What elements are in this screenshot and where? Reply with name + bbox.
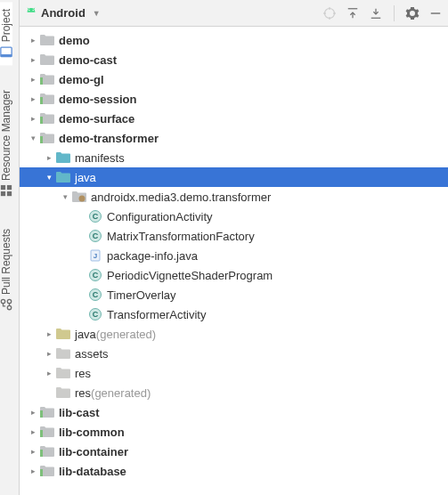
module-folder-icon [39,425,55,439]
sidebar-tab-resource-manager[interactable]: Resource Manager [0,83,12,204]
chevron-right-icon[interactable]: ▸ [27,55,39,64]
sidebar-tab-label: Resource Manager [0,90,12,181]
sidebar-tabs: Project Resource Manager Pull Requests [0,0,20,495]
tree-row[interactable]: ▸lib-database [20,461,448,481]
tree-item-label: lib-container [59,445,128,458]
class-icon: C [87,209,103,223]
tree-row[interactable]: ▸lib-common [20,422,448,442]
svg-point-13 [325,8,335,18]
tree-row[interactable]: ▾androidx.media3.demo.transformer [20,187,448,207]
chevron-right-icon[interactable]: ▸ [27,427,39,436]
svg-text:C: C [93,231,99,240]
chevron-down-icon: ▼ [93,9,101,18]
divider [394,5,395,21]
module-folder-icon [39,131,55,145]
folder-closed-icon [39,33,55,47]
sidebar-tab-project[interactable]: Project [0,2,12,65]
chevron-right-icon[interactable]: ▸ [27,408,39,417]
tree-row[interactable]: ▸assets [20,344,448,363]
chevron-right-icon[interactable]: ▸ [27,94,39,103]
svg-point-6 [7,306,11,310]
class-icon: C [87,268,103,282]
tree-row[interactable]: ▸lib-cast [20,402,448,422]
tree-item-label: package-info.java [107,249,198,263]
svg-rect-43 [40,469,43,476]
chevron-right-icon[interactable]: ▸ [43,349,55,358]
module-folder-icon [39,464,55,478]
chevron-right-icon[interactable]: ▸ [27,36,39,45]
svg-rect-5 [1,185,5,190]
chevron-down-icon[interactable]: ▾ [43,173,55,182]
tree-item-label: java [75,171,96,184]
tree-row[interactable]: CTransformerActivity [20,304,448,324]
folder-gen-icon [55,327,71,341]
svg-rect-26 [40,136,43,143]
folder-teal-icon [55,150,71,165]
svg-rect-2 [7,191,12,196]
tree-row[interactable]: ▸demo-surface [20,109,448,128]
chevron-right-icon[interactable]: ▸ [43,369,55,377]
tree-row[interactable]: ▸lib-container [20,442,448,461]
tree-row[interactable]: CConfigurationActivity [20,207,448,226]
svg-line-12 [34,7,35,8]
svg-point-10 [32,9,33,10]
collapse-all-icon[interactable] [369,6,383,20]
gear-icon[interactable] [405,6,419,20]
tree-item-label: demo-surface [59,112,134,126]
module-folder-icon [39,405,55,419]
sidebar-tab-label: Project [0,9,12,42]
tree-row[interactable]: ▸demo-gl [20,69,448,89]
project-tree[interactable]: ▸demo▸demo-cast▸demo-gl▸demo-session▸dem… [20,27,448,495]
svg-text:C: C [93,290,99,299]
tree-row[interactable]: Jpackage-info.java [20,246,448,265]
module-folder-icon [39,444,55,458]
tree-row[interactable]: ▾demo-transformer [20,128,448,148]
chevron-right-icon[interactable]: ▸ [27,114,39,123]
java-file-icon: J [87,248,103,263]
android-icon [25,7,37,20]
tree-row[interactable]: CMatrixTransformationFactory [20,226,448,246]
tree-row[interactable]: ▸manifests [20,148,448,167]
svg-line-11 [28,7,29,8]
chevron-right-icon[interactable]: ▸ [43,329,55,338]
svg-text:J: J [94,252,97,260]
svg-point-9 [29,9,29,10]
svg-point-27 [79,196,86,202]
tree-row[interactable]: ▸demo [20,30,448,50]
tree-row[interactable]: ▸demo-cast [20,50,448,69]
tree-row[interactable]: ▾java [20,167,448,187]
tree-row[interactable]: ▸demo-session [20,89,448,109]
chevron-down-icon[interactable]: ▾ [27,134,39,142]
tree-item-label: demo-cast [59,53,117,67]
tree-item-label: MatrixTransformationFactory [107,230,255,243]
svg-point-7 [7,300,11,304]
chevron-right-icon[interactable]: ▸ [27,75,39,84]
view-selector[interactable]: Android ▼ [25,6,101,20]
chevron-right-icon[interactable]: ▸ [43,153,55,162]
tree-item-label: assets [75,347,109,361]
tree-row[interactable]: ▸res [20,363,448,383]
tree-row[interactable]: res (generated) [20,383,448,402]
module-folder-icon [39,92,55,106]
tree-item-label: manifests [75,151,125,165]
panel-header: Android ▼ [20,0,448,27]
tree-item-label: PeriodicVignetteShaderProgram [107,269,273,282]
minimize-icon[interactable] [428,6,443,20]
tree-item-label: TimerOverlay [107,288,176,302]
chevron-right-icon[interactable]: ▸ [27,467,39,475]
sidebar-tab-pull-requests[interactable]: Pull Requests [0,222,12,318]
svg-rect-4 [7,185,12,190]
chevron-right-icon[interactable]: ▸ [27,447,39,456]
svg-text:C: C [93,212,99,221]
tree-item-label: lib-database [59,465,126,478]
tree-item-label: androidx.media3.demo.transformer [91,191,271,204]
chevron-down-icon[interactable]: ▾ [59,192,71,201]
tree-row[interactable]: CTimerOverlay [20,285,448,304]
tree-row[interactable]: ▸java (generated) [20,324,448,344]
tree-item-label: java [75,328,96,341]
expand-all-icon[interactable] [346,6,360,20]
tree-row[interactable]: CPeriodicVignetteShaderProgram [20,265,448,285]
svg-rect-1 [1,54,12,57]
tree-item-suffix: (generated) [91,386,151,400]
svg-text:C: C [93,310,99,319]
